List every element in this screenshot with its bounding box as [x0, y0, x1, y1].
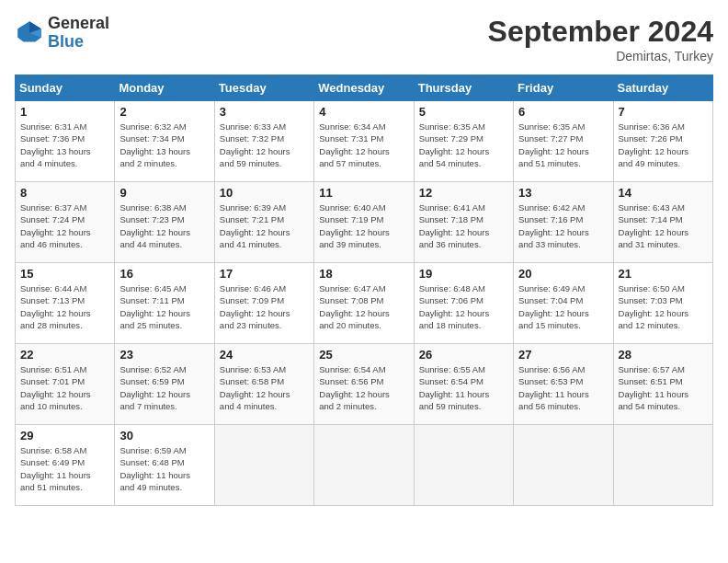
calendar-cell: 8Sunrise: 6:37 AM Sunset: 7:24 PM Daylig…: [16, 182, 115, 263]
calendar-table: SundayMondayTuesdayWednesdayThursdayFrid…: [15, 75, 713, 506]
day-info: Sunrise: 6:56 AM Sunset: 6:53 PM Dayligh…: [518, 363, 608, 412]
day-number: 24: [220, 348, 309, 362]
day-info: Sunrise: 6:59 AM Sunset: 6:48 PM Dayligh…: [119, 444, 209, 493]
day-number: 22: [20, 348, 109, 362]
day-info: Sunrise: 6:36 AM Sunset: 7:26 PM Dayligh…: [619, 121, 708, 169]
weekday-header: Wednesday: [314, 75, 414, 101]
day-info: Sunrise: 6:35 AM Sunset: 7:29 PM Dayligh…: [419, 121, 508, 169]
day-number: 26: [419, 348, 508, 362]
calendar-cell: 29Sunrise: 6:58 AM Sunset: 6:49 PM Dayli…: [16, 425, 115, 506]
day-number: 1: [20, 105, 109, 119]
day-info: Sunrise: 6:49 AM Sunset: 7:04 PM Dayligh…: [518, 282, 608, 331]
day-info: Sunrise: 6:39 AM Sunset: 7:21 PM Dayligh…: [220, 201, 309, 250]
calendar-week-row: 22Sunrise: 6:51 AM Sunset: 7:01 PM Dayli…: [16, 344, 713, 425]
weekday-header: Sunday: [16, 75, 115, 101]
day-info: Sunrise: 6:44 AM Sunset: 7:13 PM Dayligh…: [20, 282, 109, 331]
day-info: Sunrise: 6:46 AM Sunset: 7:09 PM Dayligh…: [220, 282, 309, 331]
location-subtitle: Demirtas, Turkey: [488, 49, 713, 63]
day-number: 2: [119, 105, 209, 119]
day-number: 19: [419, 267, 508, 281]
day-info: Sunrise: 6:37 AM Sunset: 7:24 PM Dayligh…: [20, 201, 109, 250]
calendar-cell: 27Sunrise: 6:56 AM Sunset: 6:53 PM Dayli…: [514, 344, 613, 425]
calendar-cell: 17Sunrise: 6:46 AM Sunset: 7:09 PM Dayli…: [214, 263, 313, 344]
day-info: Sunrise: 6:31 AM Sunset: 7:36 PM Dayligh…: [20, 121, 109, 169]
day-number: 10: [220, 186, 309, 200]
day-number: 23: [119, 348, 209, 362]
calendar-cell: 4Sunrise: 6:34 AM Sunset: 7:31 PM Daylig…: [314, 101, 414, 182]
day-number: 13: [518, 186, 608, 200]
day-number: 17: [220, 267, 309, 281]
day-number: 15: [20, 267, 109, 281]
day-number: 29: [20, 429, 109, 442]
month-title: September 2024: [488, 15, 713, 49]
day-number: 28: [619, 348, 708, 362]
weekday-header: Tuesday: [214, 75, 313, 101]
logo-text: General Blue: [48, 15, 109, 52]
day-info: Sunrise: 6:40 AM Sunset: 7:19 PM Dayligh…: [319, 201, 408, 250]
day-info: Sunrise: 6:53 AM Sunset: 6:58 PM Dayligh…: [220, 363, 309, 412]
day-number: 21: [619, 267, 708, 281]
day-info: Sunrise: 6:45 AM Sunset: 7:11 PM Dayligh…: [119, 282, 209, 331]
day-info: Sunrise: 6:34 AM Sunset: 7:31 PM Dayligh…: [319, 121, 408, 169]
calendar-cell: 15Sunrise: 6:44 AM Sunset: 7:13 PM Dayli…: [16, 263, 115, 344]
day-info: Sunrise: 6:32 AM Sunset: 7:34 PM Dayligh…: [119, 121, 209, 169]
day-info: Sunrise: 6:47 AM Sunset: 7:08 PM Dayligh…: [319, 282, 408, 331]
calendar-cell: 1Sunrise: 6:31 AM Sunset: 7:36 PM Daylig…: [16, 101, 115, 182]
calendar-cell: [514, 425, 613, 506]
weekday-header: Saturday: [613, 75, 712, 101]
day-info: Sunrise: 6:48 AM Sunset: 7:06 PM Dayligh…: [419, 282, 508, 331]
title-block: September 2024 Demirtas, Turkey: [488, 15, 713, 63]
calendar-cell: 10Sunrise: 6:39 AM Sunset: 7:21 PM Dayli…: [214, 182, 313, 263]
calendar-cell: 14Sunrise: 6:43 AM Sunset: 7:14 PM Dayli…: [613, 182, 712, 263]
day-info: Sunrise: 6:52 AM Sunset: 6:59 PM Dayligh…: [119, 363, 209, 412]
day-number: 12: [419, 186, 508, 200]
calendar-cell: 13Sunrise: 6:42 AM Sunset: 7:16 PM Dayli…: [514, 182, 613, 263]
day-number: 18: [319, 267, 408, 281]
day-number: 9: [119, 186, 209, 200]
calendar-cell: [613, 425, 712, 506]
day-number: 4: [319, 105, 408, 119]
day-info: Sunrise: 6:41 AM Sunset: 7:18 PM Dayligh…: [419, 201, 508, 250]
calendar-cell: 20Sunrise: 6:49 AM Sunset: 7:04 PM Dayli…: [514, 263, 613, 344]
calendar-cell: [414, 425, 513, 506]
calendar-week-row: 1Sunrise: 6:31 AM Sunset: 7:36 PM Daylig…: [16, 101, 713, 182]
day-number: 16: [119, 267, 209, 281]
calendar-cell: 12Sunrise: 6:41 AM Sunset: 7:18 PM Dayli…: [414, 182, 513, 263]
logo-line2: Blue: [48, 33, 109, 52]
day-info: Sunrise: 6:38 AM Sunset: 7:23 PM Dayligh…: [119, 201, 209, 250]
calendar-week-row: 15Sunrise: 6:44 AM Sunset: 7:13 PM Dayli…: [16, 263, 713, 344]
logo-line1: General: [48, 15, 109, 33]
day-number: 14: [619, 186, 708, 200]
logo: General Blue: [15, 15, 109, 52]
calendar-cell: 5Sunrise: 6:35 AM Sunset: 7:29 PM Daylig…: [414, 101, 513, 182]
day-number: 20: [518, 267, 608, 281]
day-number: 3: [220, 105, 309, 119]
calendar-cell: 2Sunrise: 6:32 AM Sunset: 7:34 PM Daylig…: [115, 101, 214, 182]
page-header: General Blue September 2024 Demirtas, Tu…: [15, 15, 713, 63]
calendar-cell: 9Sunrise: 6:38 AM Sunset: 7:23 PM Daylig…: [115, 182, 214, 263]
calendar-cell: 23Sunrise: 6:52 AM Sunset: 6:59 PM Dayli…: [115, 344, 214, 425]
day-number: 30: [119, 429, 209, 442]
weekday-header: Monday: [115, 75, 214, 101]
calendar-cell: 18Sunrise: 6:47 AM Sunset: 7:08 PM Dayli…: [314, 263, 414, 344]
header-row: SundayMondayTuesdayWednesdayThursdayFrid…: [16, 75, 713, 101]
day-info: Sunrise: 6:33 AM Sunset: 7:32 PM Dayligh…: [220, 121, 309, 169]
calendar-week-row: 29Sunrise: 6:58 AM Sunset: 6:49 PM Dayli…: [16, 425, 713, 506]
day-number: 27: [518, 348, 608, 362]
day-info: Sunrise: 6:35 AM Sunset: 7:27 PM Dayligh…: [518, 121, 608, 169]
day-number: 5: [419, 105, 508, 119]
calendar-cell: 16Sunrise: 6:45 AM Sunset: 7:11 PM Dayli…: [115, 263, 214, 344]
calendar-cell: 11Sunrise: 6:40 AM Sunset: 7:19 PM Dayli…: [314, 182, 414, 263]
day-info: Sunrise: 6:55 AM Sunset: 6:54 PM Dayligh…: [419, 363, 508, 412]
day-info: Sunrise: 6:57 AM Sunset: 6:51 PM Dayligh…: [619, 363, 708, 412]
calendar-week-row: 8Sunrise: 6:37 AM Sunset: 7:24 PM Daylig…: [16, 182, 713, 263]
calendar-cell: 25Sunrise: 6:54 AM Sunset: 6:56 PM Dayli…: [314, 344, 414, 425]
calendar-cell: 30Sunrise: 6:59 AM Sunset: 6:48 PM Dayli…: [115, 425, 214, 506]
calendar-cell: 7Sunrise: 6:36 AM Sunset: 7:26 PM Daylig…: [613, 101, 712, 182]
calendar-cell: 6Sunrise: 6:35 AM Sunset: 7:27 PM Daylig…: [514, 101, 613, 182]
calendar-cell: 26Sunrise: 6:55 AM Sunset: 6:54 PM Dayli…: [414, 344, 513, 425]
logo-icon: [15, 18, 44, 48]
day-number: 11: [319, 186, 408, 200]
calendar-cell: 24Sunrise: 6:53 AM Sunset: 6:58 PM Dayli…: [214, 344, 313, 425]
calendar-cell: 19Sunrise: 6:48 AM Sunset: 7:06 PM Dayli…: [414, 263, 513, 344]
